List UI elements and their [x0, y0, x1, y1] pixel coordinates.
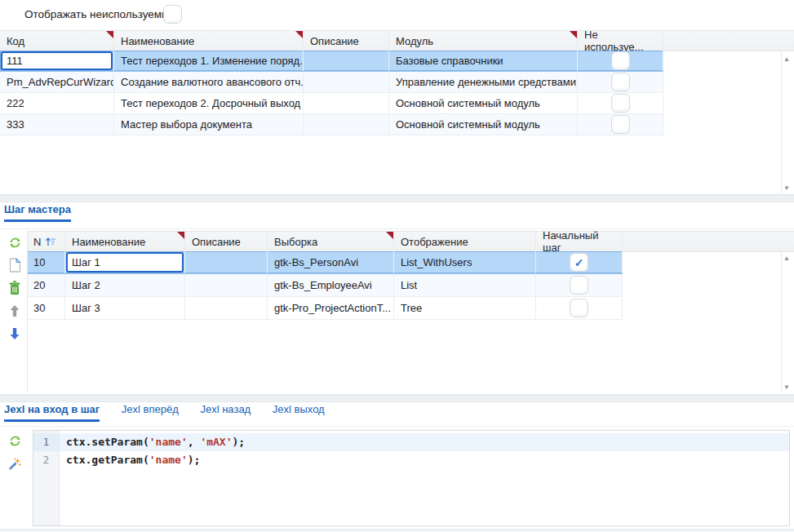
delete-icon: [8, 281, 21, 295]
cell-name[interactable]: Шаг 3: [65, 297, 185, 319]
refresh-button[interactable]: [7, 432, 23, 449]
cell-initial-step[interactable]: [536, 274, 623, 296]
cell-n[interactable]: 30: [27, 297, 65, 319]
column-header-name[interactable]: Наименование: [65, 232, 185, 251]
cell-unused[interactable]: [578, 51, 663, 71]
new-record-button[interactable]: [7, 257, 23, 273]
cell-n[interactable]: 10: [27, 251, 65, 273]
column-header-label: Не используе...: [584, 29, 656, 53]
table-left-border: [27, 231, 28, 392]
cell-description[interactable]: [185, 297, 268, 319]
delete-button[interactable]: [7, 280, 23, 296]
section-divider: [0, 194, 794, 202]
cell-display[interactable]: Tree: [394, 297, 536, 319]
unused-checkbox[interactable]: [611, 94, 630, 113]
column-header-n[interactable]: N: [27, 232, 65, 251]
column-header-module[interactable]: Модуль: [389, 31, 578, 51]
cell-name[interactable]: Тест переходов 2. Досрочный выход: [114, 93, 304, 113]
tab-jexl-back[interactable]: Jexl назад: [200, 403, 251, 422]
cell-code[interactable]: 333: [0, 114, 114, 135]
show-unused-checkbox[interactable]: [163, 5, 182, 24]
cell-display[interactable]: List_WithUsers: [394, 251, 536, 273]
cell-name[interactable]: Тест переходов 1. Изменение поряд...: [114, 51, 304, 71]
code-area[interactable]: ctx.setParam('name', 'mAX'); ctx.getPara…: [60, 431, 789, 525]
cell-unused[interactable]: [578, 93, 663, 113]
cell-name[interactable]: Шаг 2: [65, 274, 185, 296]
cell-code[interactable]: 222: [0, 93, 114, 113]
cell-description[interactable]: [185, 251, 268, 273]
cell-description[interactable]: [304, 72, 389, 92]
unused-checkbox[interactable]: [611, 73, 630, 91]
column-header-description[interactable]: Описание: [304, 31, 389, 51]
code-line[interactable]: ctx.getParam('name');: [60, 451, 789, 469]
cell-selection[interactable]: gtk-Bs_PersonAvi: [268, 251, 394, 273]
cell-code[interactable]: 111: [0, 51, 114, 71]
filter-indicator-icon: [386, 232, 393, 239]
cell-module[interactable]: Базовые справочники: [389, 51, 578, 71]
column-header-description[interactable]: Описание: [185, 232, 268, 251]
table-row[interactable]: 222 Тест переходов 2. Досрочный выход Ос…: [0, 93, 663, 114]
cell-initial-step[interactable]: [536, 297, 623, 319]
cell-name[interactable]: Создание валютного авансового отч...: [114, 72, 304, 92]
table-row[interactable]: 20 Шаг 2 gtk-Bs_EmployeeAvi List: [27, 274, 623, 297]
move-up-button[interactable]: [7, 303, 23, 319]
tab-jexl-step-entry[interactable]: Jexl на вход в шаг: [4, 403, 100, 422]
tab-jexl-forward[interactable]: Jexl вперёд: [122, 403, 179, 422]
unused-checkbox[interactable]: [611, 51, 630, 70]
column-header-code[interactable]: Код: [0, 31, 114, 51]
cell-module[interactable]: Основной системный модуль: [389, 93, 578, 113]
table-row[interactable]: 10 Шаг 1 gtk-Bs_PersonAvi List_WithUsers…: [27, 251, 623, 274]
table-row[interactable]: 111 Тест переходов 1. Изменение поряд...…: [0, 51, 663, 72]
tabstrip-border: [0, 228, 794, 229]
format-code-button[interactable]: [7, 455, 23, 472]
bottom-scrollbar-track[interactable]: [0, 529, 794, 532]
scroll-up-arrow[interactable]: ▲: [782, 255, 792, 262]
initial-step-checkbox[interactable]: [570, 299, 588, 317]
tab-jexl-exit[interactable]: Jexl выход: [273, 403, 325, 422]
code-line[interactable]: ctx.setParam('name', 'mAX');: [60, 433, 789, 451]
table-row[interactable]: 30 Шаг 3 gtk-Pro_ProjectActionT... Tree: [27, 297, 623, 320]
column-header-selection[interactable]: Выборка: [268, 232, 394, 251]
cell-display[interactable]: List: [394, 274, 536, 296]
cell-code[interactable]: Pm_AdvRepCurWizard: [0, 72, 114, 92]
move-down-button[interactable]: [7, 326, 23, 342]
cell-description[interactable]: [304, 93, 389, 113]
refresh-button[interactable]: [7, 234, 23, 250]
scrollbar-track[interactable]: [781, 251, 782, 392]
filter-indicator-icon: [177, 232, 184, 239]
scroll-down-arrow[interactable]: ▼: [782, 184, 792, 192]
initial-step-checkbox[interactable]: ✓: [570, 253, 588, 272]
scroll-up-arrow[interactable]: ▲: [782, 55, 792, 63]
code-editor[interactable]: 1 2 ctx.setParam('name', 'mAX'); ctx.get…: [33, 430, 790, 526]
cell-module[interactable]: Управление денежными средствами: [389, 72, 578, 92]
cell-description[interactable]: [304, 114, 389, 135]
cell-n[interactable]: 20: [27, 274, 65, 296]
sort-ascending-icon: [45, 237, 56, 246]
scroll-down-arrow[interactable]: ▼: [782, 383, 792, 391]
cell-unused[interactable]: [578, 114, 663, 135]
column-header-label: Выборка: [274, 236, 317, 248]
tab-step-master[interactable]: Шаг мастера: [4, 203, 71, 222]
cell-module[interactable]: Основной системный модуль: [389, 114, 578, 135]
cell-description[interactable]: [185, 274, 268, 296]
scrollbar-track[interactable]: [781, 51, 782, 194]
column-header-display[interactable]: Отображение: [394, 232, 536, 251]
initial-step-checkbox[interactable]: [570, 276, 588, 295]
column-header-label: Начальный шаг: [543, 229, 615, 254]
cell-selection[interactable]: gtk-Bs_EmployeeAvi: [268, 274, 394, 296]
table-row[interactable]: Pm_AdvRepCurWizard Создание валютного ав…: [0, 72, 663, 93]
column-header-name[interactable]: Наименование: [114, 31, 304, 51]
cell-name[interactable]: Мастер выбора документа: [114, 114, 304, 135]
table-row[interactable]: 333 Мастер выбора документа Основной сис…: [0, 114, 663, 135]
cell-initial-step[interactable]: ✓: [536, 251, 623, 273]
cell-selection[interactable]: gtk-Pro_ProjectActionT...: [268, 297, 394, 319]
cell-unused[interactable]: [578, 72, 663, 92]
cell-name[interactable]: Шаг 1: [65, 251, 185, 273]
unused-checkbox[interactable]: [611, 115, 630, 134]
focused-cell[interactable]: Шаг 1: [66, 252, 184, 273]
column-header-initial-step[interactable]: Начальный шаг: [536, 232, 623, 251]
cell-description[interactable]: [304, 51, 389, 71]
column-header-label: Наименование: [121, 35, 194, 47]
column-header-unused[interactable]: Не используе...: [578, 31, 663, 51]
focused-cell[interactable]: 111: [1, 51, 113, 70]
